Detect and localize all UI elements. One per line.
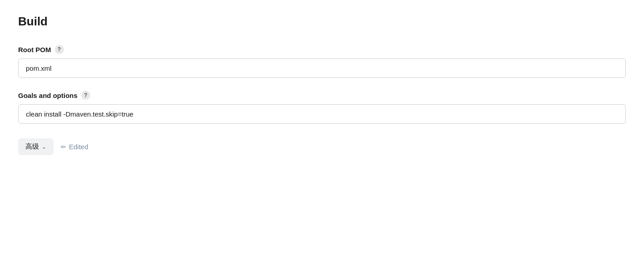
root-pom-label: Root POM xyxy=(18,46,51,54)
advanced-button-label: 高级 xyxy=(25,142,39,151)
goals-options-help-icon[interactable]: ? xyxy=(81,91,90,100)
advanced-button[interactable]: 高级 ⌄ xyxy=(18,138,54,155)
edited-label: Edited xyxy=(69,143,88,151)
chevron-down-icon: ⌄ xyxy=(42,144,46,150)
bottom-row: 高级 ⌄ ✏ Edited xyxy=(18,138,626,155)
root-pom-section: Root POM ? xyxy=(18,45,626,78)
goals-options-section: Goals and options ? xyxy=(18,91,626,124)
root-pom-help-icon[interactable]: ? xyxy=(55,45,64,54)
page-title: Build xyxy=(18,15,626,29)
pencil-icon: ✏ xyxy=(61,143,66,151)
goals-options-input[interactable] xyxy=(18,104,626,124)
root-pom-label-row: Root POM ? xyxy=(18,45,626,54)
root-pom-input[interactable] xyxy=(18,58,626,78)
goals-options-label: Goals and options xyxy=(18,92,78,99)
goals-options-label-row: Goals and options ? xyxy=(18,91,626,100)
edited-badge: ✏ Edited xyxy=(61,143,88,151)
